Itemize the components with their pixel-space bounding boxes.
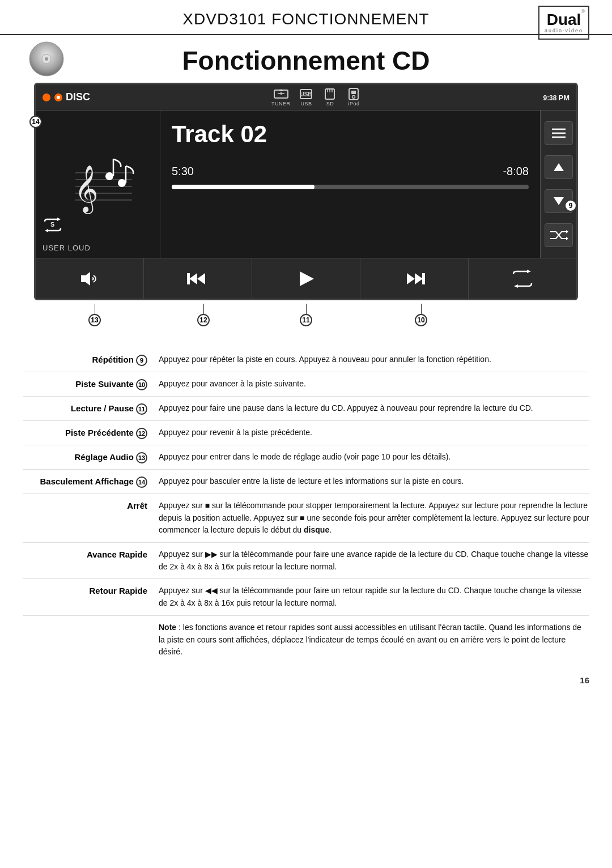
up-button[interactable] [545,155,573,179]
desc-row-arret: Arrêt Appuyez sur ■ sur la télécommande … [23,494,589,543]
svg-marker-30 [45,229,48,232]
annotation-10-area: 10 [415,304,427,326]
annotation-9-area: 9 [554,199,577,212]
svg-text:𝄞: 𝄞 [74,165,99,214]
time-value: 9:38 [543,94,556,102]
svg-point-16 [352,96,355,99]
desc-row-basculement: Basculement Affichage 14 Appuyez pour ba… [23,470,589,494]
svg-marker-39 [81,272,90,286]
svg-marker-38 [566,237,568,240]
page-title: Fonctionnement CD [0,35,612,83]
tuner-icon-item: TUNER [271,88,291,107]
desc-text-retour-rapide: Appuyez sur ◀◀ sur la télécommande pour … [159,585,589,609]
svg-text:S: S [50,221,54,228]
next-track-button[interactable] [360,258,469,299]
desc-text-arret: Appuyez sur ■ sur la télécommande pour s… [159,500,589,537]
screen-topbar: DISC TUNER [36,84,576,110]
annotation-14: 14 [29,116,42,128]
desc-row-repetition: Répétition 9 Appuyez pour répéter la pis… [23,348,589,372]
repeat-button[interactable] [469,258,576,299]
track-progress-row: 5:30 -8:08 [172,165,529,178]
desc-text-repetition: Appuyez pour répéter la piste en cours. … [159,354,589,366]
desc-text-piste-suivante: Appuyez pour avancer à la piste suivante… [159,378,589,390]
usb-label: USB [300,101,312,107]
svg-rect-17 [351,91,356,94]
desc-row-lecture-pause: Lecture / Pause 11 Appuyez pour faire un… [23,397,589,421]
user-loud-label: USER LOUD [42,244,91,252]
topbar-mode-icons: TUNER USB USB [271,88,362,107]
playlist-button[interactable] [545,121,573,145]
annotation-13-area: 13 [88,304,101,326]
desc-label-note [23,622,159,623]
annotations-row: 13 12 11 10 9 [34,301,578,330]
track-remaining-time: -8:08 [503,165,529,178]
svg-marker-41 [197,273,205,284]
svg-marker-43 [300,271,314,286]
desc-text-note: Note : les fonctions avance et retour ra… [159,622,589,658]
track-name: Track 02 [172,121,529,148]
svg-marker-35 [554,163,564,171]
registered-mark: ® [581,8,585,14]
logo-sub: audio·video [545,28,583,33]
svg-marker-40 [189,273,197,284]
logo-text: Dual [547,12,581,28]
desc-label-arret: Arrêt [23,500,159,510]
desc-label-retour-rapide: Retour Rapide [23,585,159,595]
time-period: PM [558,93,570,102]
tuner-label: TUNER [271,101,291,107]
descriptions-section: Répétition 9 Appuyez pour répéter la pis… [23,348,589,664]
music-art: 𝄞 [47,139,149,229]
svg-text:USB: USB [300,91,312,97]
annotation-12-area: 12 [197,304,210,326]
desc-row-note: Note : les fonctions avance et retour ra… [23,616,589,664]
svg-marker-47 [527,270,531,273]
desc-row-retour-rapide: Retour Rapide Appuyez sur ◀◀ sur la télé… [23,579,589,615]
header-title: XDVD3101 FONCTIONNEMENT [182,10,429,28]
section-name: FONCTIONNEMENT [271,10,429,28]
previous-track-button[interactable] [144,258,252,299]
usb-icon-item: USB USB [298,88,314,107]
desc-text-lecture-pause: Appuyez pour faire une pause dans la lec… [159,402,589,415]
sd-label: SD [326,101,334,107]
device-diagram-area: 14 DISC [0,83,612,330]
svg-marker-29 [57,218,61,221]
svg-point-25 [105,172,113,180]
sd-icon-item: SD [322,88,338,107]
right-control-panel [540,110,576,258]
album-art-panel: 𝄞 [36,110,160,258]
desc-label-piste-suivante: Piste Suivante 10 [23,378,159,390]
svg-point-27 [118,179,126,187]
desc-row-piste-precedente: Piste Précédente 12 Appuyez pour revenir… [23,421,589,445]
disc-label: DISC [54,91,90,103]
track-info-panel: Track 02 5:30 -8:08 [160,110,540,258]
disc-active-dot [42,93,50,101]
repeat-shuffle-icon: S [42,217,63,236]
svg-marker-45 [415,273,423,284]
audio-settings-button[interactable] [36,258,144,299]
progress-bar-container[interactable] [172,185,529,189]
cd-disc-icon [28,41,65,79]
shuffle-button[interactable] [545,223,573,247]
ipod-label: iPod [348,101,359,107]
brand-logo: Dual audio·video ® [538,6,589,40]
desc-text-piste-precedente: Appuyez pour revenir à la piste précéden… [159,427,589,439]
topbar-time: 9:38PM [543,91,570,103]
topbar-left: DISC [42,91,90,103]
svg-marker-48 [514,284,518,288]
svg-marker-37 [566,230,568,233]
svg-point-2 [45,57,48,61]
device-screen: DISC TUNER [34,83,578,300]
play-button[interactable] [252,258,360,299]
title-area: Fonctionnement CD [0,35,612,83]
desc-row-piste-suivante: Piste Suivante 10 Appuyez pour avancer à… [23,372,589,397]
desc-row-avance-rapide: Avance Rapide Appuyez sur ▶▶ sur la télé… [23,543,589,579]
page-header: XDVD3101 FONCTIONNEMENT Dual audio·video… [0,0,612,35]
model-number: XDVD3101 [182,10,266,28]
svg-point-4 [57,96,60,99]
desc-text-reglage-audio: Appuyez pour entrer dans le mode de régl… [159,451,589,463]
svg-marker-44 [407,273,415,284]
desc-text-avance-rapide: Appuyez sur ▶▶ sur la télécommande pour … [159,548,589,573]
progress-bar-fill [172,185,314,189]
desc-label-repetition: Répétition 9 [23,354,159,366]
desc-label-lecture-pause: Lecture / Pause 11 [23,402,159,415]
